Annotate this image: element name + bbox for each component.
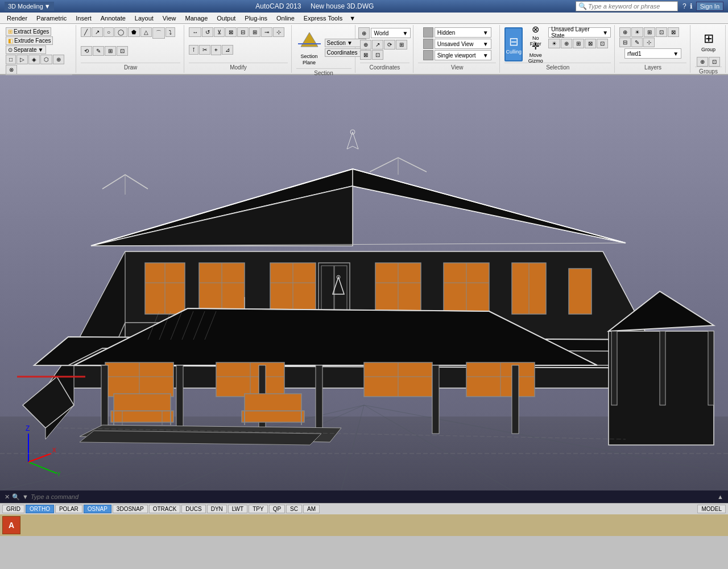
modify-btn-3[interactable]: ⊻ <box>214 27 225 37</box>
coord-btn-4[interactable]: ⊞ <box>396 40 407 50</box>
draw-btn-3[interactable]: ○ <box>104 27 114 37</box>
sel-btn-4[interactable]: ⊠ <box>585 39 596 48</box>
status-dyn[interactable]: DYN <box>207 505 227 513</box>
coord-btn-1[interactable]: ⊕ <box>360 40 371 50</box>
menu-view[interactable]: View <box>158 14 181 23</box>
coord-btn-5[interactable]: ⊠ <box>360 50 371 60</box>
coord-btn-6[interactable]: ⊡ <box>372 50 383 60</box>
menu-annotate[interactable]: Annotate <box>96 14 130 23</box>
draw-btn-6[interactable]: △ <box>140 27 152 37</box>
sign-in-button[interactable]: Sign In <box>696 2 723 11</box>
menu-express[interactable]: Express Tools <box>299 14 347 23</box>
autocad-icon[interactable]: A <box>2 516 20 534</box>
status-lwt[interactable]: LWT <box>228 505 247 513</box>
model-indicator[interactable]: MODEL <box>697 505 726 513</box>
status-qp[interactable]: QP <box>269 505 285 513</box>
modify-btn-11[interactable]: ⌖ <box>211 45 221 55</box>
extrude-faces-btn[interactable]: ◧ Extrude Faces <box>6 36 53 45</box>
draw-btn-12[interactable]: ⊡ <box>117 46 128 56</box>
layer-btn-5[interactable]: ⊠ <box>668 27 679 37</box>
status-grid[interactable]: GRID <box>2 505 24 513</box>
solid-btn-5[interactable]: ⊕ <box>53 55 64 64</box>
status-polar[interactable]: POLAR <box>55 505 82 513</box>
menu-render[interactable]: Render <box>2 14 32 23</box>
status-otrack[interactable]: OTRACK <box>149 505 181 513</box>
status-sc[interactable]: SC <box>286 505 302 513</box>
menu-output[interactable]: Output <box>212 14 240 23</box>
draw-btn-10[interactable]: ✎ <box>93 46 104 56</box>
solid-btn-1[interactable]: □ <box>6 55 16 64</box>
layer-btn-6[interactable]: ⊟ <box>619 38 631 47</box>
modify-btn-10[interactable]: ✂ <box>199 45 210 55</box>
viewport[interactable]: Z Y X <box>0 75 728 490</box>
layer-btn-7[interactable]: ✎ <box>631 38 643 47</box>
group-btn[interactable]: ⊞ Group <box>698 27 718 56</box>
search-bar[interactable]: 🔍 <box>576 1 678 11</box>
move-gizmo-btn[interactable]: ✛ Move Gizmo <box>525 44 546 60</box>
draw-btn-9[interactable]: ⟲ <box>81 46 92 56</box>
status-osnap[interactable]: OSNAP <box>84 505 111 513</box>
menu-layout[interactable]: Layout <box>130 14 158 23</box>
layer-state-dropdown[interactable]: Unsaved Layer State ▼ <box>548 27 611 38</box>
status-ortho[interactable]: ORTHO <box>26 505 54 513</box>
modify-btn-7[interactable]: ⊸ <box>261 27 272 37</box>
help-icon[interactable]: ? <box>682 2 686 10</box>
draw-btn-2[interactable]: ↗ <box>92 27 103 37</box>
draw-btn-4[interactable]: ◯ <box>114 27 127 37</box>
draw-btn-5[interactable]: ⬟ <box>128 27 140 37</box>
culling-btn[interactable]: ⊟ Culling <box>504 27 523 61</box>
modify-btn-6[interactable]: ⊞ <box>249 27 260 37</box>
section-plane-btn[interactable]: SectionPlane <box>296 27 322 68</box>
menu-parametric[interactable]: Parametric <box>32 14 71 23</box>
command-dropdown-icon[interactable]: ▼ <box>22 493 28 500</box>
layer-btn-3[interactable]: ⊞ <box>644 27 655 37</box>
separate-btn[interactable]: ⊙ Separate ▼ <box>6 46 46 54</box>
layer-btn-2[interactable]: ☀ <box>631 27 643 37</box>
draw-btn-1[interactable]: ╱ <box>81 27 91 37</box>
draw-btn-7[interactable]: ⌒ <box>152 27 165 39</box>
world-dropdown[interactable]: World ▼ <box>371 28 411 38</box>
sel-btn-3[interactable]: ⊞ <box>573 39 584 48</box>
solid-btn-3[interactable]: ◈ <box>28 55 40 64</box>
single-viewport-dropdown[interactable]: Single viewport ▼ <box>435 50 491 60</box>
modify-btn-2[interactable]: ↺ <box>202 27 213 37</box>
layer-btn-4[interactable]: ⊡ <box>656 27 667 37</box>
draw-btn-8[interactable]: ⤵ <box>166 27 175 37</box>
menu-insert[interactable]: Insert <box>71 14 96 23</box>
grp-btn-2[interactable]: ⊡ <box>709 57 720 67</box>
modify-btn-12[interactable]: ⊿ <box>222 45 233 55</box>
grp-btn-1[interactable]: ⊕ <box>697 57 708 67</box>
workspace-selector[interactable]: 3D Modeling ▼ <box>5 2 54 11</box>
menu-plugins[interactable]: Plug-ins <box>240 14 272 23</box>
modify-btn-5[interactable]: ⊟ <box>237 27 249 37</box>
status-ducs[interactable]: DUCS <box>181 505 205 513</box>
draw-btn-11[interactable]: ⊞ <box>105 46 116 56</box>
hidden-dropdown[interactable]: Hidden ▼ <box>435 27 491 38</box>
status-tpy[interactable]: TPY <box>249 505 267 513</box>
info-icon[interactable]: ℹ <box>690 2 693 10</box>
command-close-icon[interactable]: ✕ <box>5 493 10 501</box>
solid-btn-6[interactable]: ⊗ <box>6 65 17 75</box>
layer-name-dropdown[interactable]: rfwd1 ▼ <box>624 48 681 59</box>
sel-btn-2[interactable]: ⊕ <box>561 39 572 48</box>
solid-btn-2[interactable]: ▷ <box>16 55 28 64</box>
sel-btn-5[interactable]: ⊡ <box>597 39 608 48</box>
extract-edges-btn[interactable]: ⊞ Extract Edges <box>6 27 51 36</box>
solid-btn-4[interactable]: ⬡ <box>40 55 52 64</box>
layer-btn-8[interactable]: ⊹ <box>643 38 655 47</box>
modify-btn-4[interactable]: ⊠ <box>225 27 237 37</box>
unsaved-view-dropdown[interactable]: Unsaved View ▼ <box>435 39 491 49</box>
coord-btn-2[interactable]: ↗ <box>372 40 383 50</box>
status-3dosnap[interactable]: 3DOSNAP <box>113 505 148 513</box>
menu-manage[interactable]: Manage <box>181 14 213 23</box>
command-input[interactable] <box>31 493 715 500</box>
layer-btn-1[interactable]: ⊕ <box>619 27 631 37</box>
modify-btn-9[interactable]: ⊺ <box>189 45 198 55</box>
menu-online[interactable]: Online <box>272 14 299 23</box>
command-scroll-icon[interactable]: ▲ <box>717 493 723 500</box>
modify-btn-1[interactable]: ↔ <box>189 27 201 37</box>
sel-btn-1[interactable]: ☀ <box>548 39 560 48</box>
coord-btn-3[interactable]: ⟳ <box>384 40 395 50</box>
search-input[interactable] <box>588 3 668 10</box>
status-am[interactable]: AM <box>303 505 320 513</box>
